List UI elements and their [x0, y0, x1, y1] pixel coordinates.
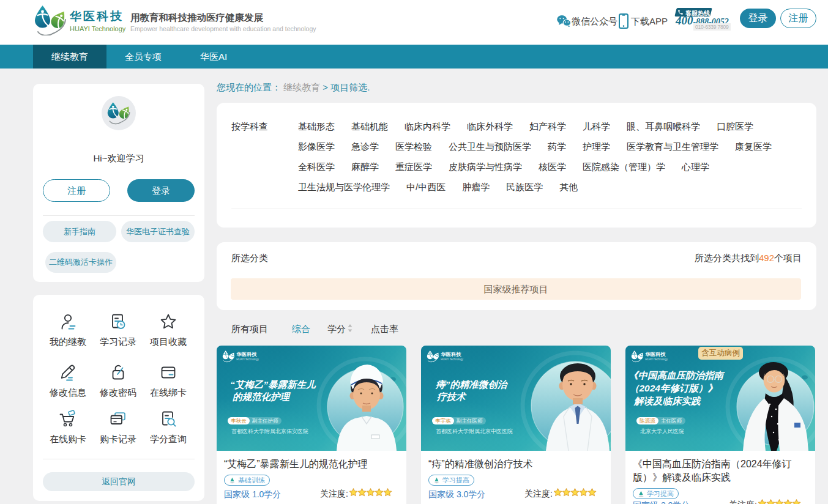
- svg-text:李宇栋: 李宇栋: [435, 418, 451, 424]
- svg-text:副主任医师: 副主任医师: [457, 418, 483, 424]
- svg-text:首都医科大学附属北京佑安医院: 首都医科大学附属北京佑安医院: [231, 428, 308, 434]
- svg-text:HUAYI Technology: HUAYI Technology: [236, 358, 259, 361]
- svg-text:首都医科大学附属北京中医医院: 首都医科大学附属北京中医医院: [436, 428, 513, 434]
- svg-text:的规范化护理: 的规范化护理: [233, 391, 291, 402]
- svg-text:华医科技: 华医科技: [236, 352, 257, 357]
- svg-text:解读及临床实践: 解读及临床实践: [633, 396, 701, 406]
- svg-text:北京大学人民医院: 北京大学人民医院: [640, 428, 684, 434]
- svg-text:副主任护师: 副主任护师: [252, 418, 278, 424]
- svg-text:陈源源: 陈源源: [640, 418, 655, 424]
- svg-text:《中国高血压防治指南: 《中国高血压防治指南: [628, 370, 725, 380]
- svg-text:（2024年修订版）》: （2024年修订版）》: [630, 383, 717, 393]
- svg-text:疗技术: 疗技术: [436, 391, 467, 402]
- svg-text:“艾梅乙”暴露新生儿: “艾梅乙”暴露新生儿: [230, 379, 316, 390]
- svg-text:李秋云: 李秋云: [231, 418, 247, 424]
- svg-text:痔”的精准微创治: 痔”的精准微创治: [435, 379, 509, 390]
- svg-text:主任医师: 主任医师: [661, 418, 682, 424]
